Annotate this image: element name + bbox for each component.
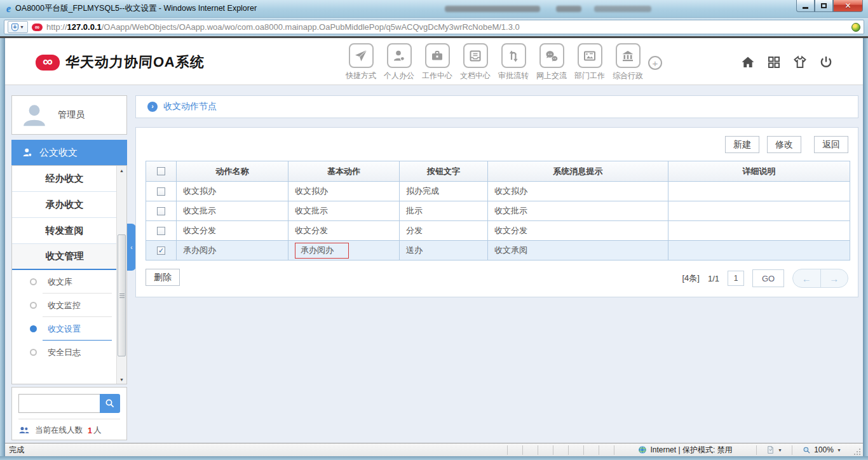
- avatar: [20, 100, 49, 130]
- brand-infinity-icon: ∞: [36, 55, 60, 71]
- new-button[interactable]: 新建: [725, 136, 759, 153]
- prev-page-button[interactable]: ←: [793, 269, 820, 287]
- chevron-down-icon: ▼: [837, 448, 841, 452]
- grid-icon: [766, 55, 782, 70]
- sidebar-item-shouwen-guanli[interactable]: 收文管理: [12, 244, 117, 270]
- row-checkbox[interactable]: [157, 207, 165, 215]
- search-button[interactable]: [100, 394, 120, 413]
- table-row[interactable]: 收文批示 收文批示 批示 收文批示: [146, 201, 850, 221]
- shield-plus-icon: +: [11, 24, 18, 31]
- action-table: 动作名称 基本动作 按钮文字 系统消息提示 详细说明 收文拟办 收文拟办 拟办完…: [146, 161, 850, 260]
- sidebar-menu-items: 经办收文 承办收文 转发查阅 收文管理 收文库 收文监控 收文设置: [12, 166, 117, 364]
- modify-button[interactable]: 修改: [767, 136, 801, 153]
- back-button[interactable]: 返回: [814, 136, 848, 153]
- nav-label: 网上交流: [536, 71, 567, 81]
- user-name: 管理员: [58, 109, 85, 121]
- scrollbar-thumb[interactable]: [118, 234, 126, 356]
- status-text: 完成: [6, 445, 507, 456]
- subitem-label: 安全日志: [48, 347, 81, 358]
- chevron-down-icon: ▼: [778, 448, 782, 452]
- logout-button[interactable]: [818, 55, 834, 70]
- nav-label: 综合行政: [613, 71, 643, 81]
- page-privacy-control[interactable]: ▼: [756, 445, 792, 455]
- scroll-up-icon[interactable]: ▲: [117, 166, 126, 175]
- row-checkbox-checked[interactable]: ✓: [157, 247, 165, 255]
- background-window-blur: [556, 6, 581, 12]
- resize-grip[interactable]: [851, 446, 862, 456]
- table-row[interactable]: 收文拟办 收文拟办 拟办完成 收文拟办: [146, 182, 850, 201]
- theme-button[interactable]: [792, 55, 808, 70]
- window-titlebar[interactable]: e OA8000平台版_FPLMYSQL5--收文设置 - Windows In…: [0, 0, 868, 18]
- table-row-selected[interactable]: ✓ 承办阅办 承办阅办 送办 收文承阅: [146, 241, 850, 260]
- zoom-control[interactable]: 100% ▼: [792, 445, 851, 455]
- sidebar-subitem-shouwen-jiankong[interactable]: 收文监控: [12, 294, 117, 317]
- cell-action-name: 收文分发: [176, 221, 288, 240]
- nav-item-work-center[interactable]: 工作中心: [418, 43, 456, 81]
- status-separator: [599, 445, 614, 455]
- background-window-blur: [445, 6, 540, 12]
- select-all-checkbox[interactable]: [157, 167, 165, 175]
- status-separator: [538, 445, 553, 455]
- grid-menu-button[interactable]: [766, 55, 782, 70]
- radio-icon: [30, 302, 37, 309]
- address-field[interactable]: + ▼ ∞ http://127.0.0.1/OAapp/WebObjects/…: [4, 20, 864, 34]
- delete-button[interactable]: 删除: [146, 269, 180, 286]
- maximize-icon: [821, 3, 827, 8]
- nav-item-approval-flow[interactable]: 审批流转: [494, 43, 532, 81]
- next-page-button[interactable]: →: [820, 269, 848, 287]
- top-navigation: 快捷方式 个人办公 工作中心 文档中心: [342, 43, 647, 81]
- sidebar-collapse-handle[interactable]: ‹: [127, 224, 136, 271]
- sidebar-item-chengban-shouwen[interactable]: 承办收文: [12, 192, 117, 218]
- browser-address-bar: + ▼ ∞ http://127.0.0.1/OAapp/WebObjects/…: [0, 18, 868, 36]
- sidebar-subitem-shouwen-shezhi[interactable]: 收文设置: [12, 317, 117, 341]
- minimize-button[interactable]: [796, 0, 815, 12]
- nav-item-online-chat[interactable]: 网上交流: [532, 43, 571, 81]
- minimize-icon: [803, 7, 808, 9]
- nav-item-administration[interactable]: 综合行政: [609, 43, 647, 81]
- content-panel: 新建 修改 返回 动作名称 基本动作 按钮文字 系统消息提示 详细说明: [135, 127, 858, 297]
- cell-description: [668, 241, 850, 260]
- sidebar-item-jingban-shouwen[interactable]: 经办收文: [12, 166, 117, 192]
- background-window-blur: [594, 6, 651, 12]
- go-button[interactable]: GO: [752, 269, 784, 287]
- table-row[interactable]: 收文分发 收文分发 分发 收文分发: [146, 221, 850, 241]
- breadcrumb-arrow-icon: ›: [147, 102, 158, 112]
- online-count: 1: [88, 426, 92, 435]
- close-button[interactable]: ✕: [833, 0, 863, 12]
- url-scheme: http://: [46, 22, 67, 32]
- home-button[interactable]: [740, 55, 756, 70]
- sidebar-subitem-anquan-rizhi[interactable]: 安全日志: [12, 341, 117, 364]
- sidebar-item-zhuanfa-chayue[interactable]: 转发查阅: [12, 218, 117, 244]
- tshirt-icon: [792, 55, 808, 70]
- search-icon: [104, 398, 116, 409]
- nav-item-shortcuts[interactable]: 快捷方式: [342, 43, 380, 81]
- window-controls: ✕: [796, 0, 863, 12]
- url-text[interactable]: http://127.0.0.1/OAapp/WebObjects/OAapp.…: [46, 22, 520, 32]
- sidebar-module-header[interactable]: 公文收文: [11, 140, 127, 165]
- cell-button-text: 送办: [399, 241, 487, 260]
- compatibility-view-icon[interactable]: [851, 23, 860, 32]
- maximize-button[interactable]: [815, 0, 833, 12]
- sidebar-subitem-shouwenku[interactable]: 收文库: [12, 270, 117, 294]
- page-frame: ∞ 华天动力协同OA系统 快捷方式 个人办公 工作中心: [0, 38, 868, 460]
- nav-label: 部门工作: [574, 71, 605, 81]
- cell-button-text: 批示: [399, 201, 487, 220]
- sidebar-search-card: 当前在线人数 1人: [11, 387, 127, 440]
- search-input[interactable]: [18, 394, 100, 413]
- ie-logo-icon: e: [6, 3, 11, 15]
- security-zone: Internet | 保护模式: 禁用: [614, 445, 756, 455]
- subitem-label: 收文监控: [48, 300, 81, 311]
- nav-item-document-center[interactable]: 文档中心: [456, 43, 494, 81]
- row-checkbox[interactable]: [157, 187, 165, 196]
- add-favorite-button[interactable]: + ▼: [8, 21, 28, 33]
- nav-item-personal-office[interactable]: 个人办公: [380, 43, 418, 81]
- add-module-button[interactable]: +: [648, 56, 662, 70]
- sidebar-scrollbar[interactable]: ▲ ▼: [116, 166, 126, 384]
- nav-item-department-work[interactable]: 部门工作: [571, 43, 609, 81]
- scroll-down-icon[interactable]: ▼: [117, 375, 126, 384]
- module-person-icon: [22, 147, 33, 158]
- document-tray-icon: [463, 43, 488, 68]
- page-number-input[interactable]: [728, 271, 744, 286]
- workspace: 管理员 公文收文 经办收文 承办收文 转发查阅 收文管理 收文库 收文监控: [5, 85, 863, 443]
- row-checkbox[interactable]: [157, 227, 165, 235]
